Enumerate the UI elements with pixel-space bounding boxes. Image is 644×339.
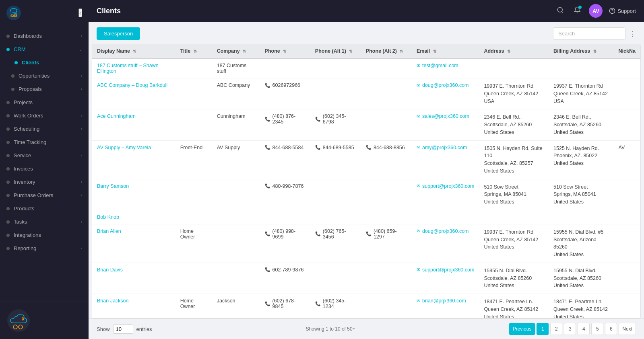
sidebar-item-invoices[interactable]: Invoices bbox=[0, 162, 89, 175]
nav-dot-work-orders bbox=[6, 114, 10, 117]
col-display-name[interactable]: Display Name ⇅ bbox=[92, 44, 175, 58]
previous-page-button[interactable]: Previous bbox=[509, 323, 535, 335]
col-company[interactable]: Company ⇅ bbox=[212, 44, 260, 58]
client-name-link[interactable]: Brian Davis bbox=[97, 267, 123, 273]
phone-alt2-icon: 📞 bbox=[366, 231, 372, 236]
page-button-5[interactable]: 5 bbox=[591, 323, 603, 335]
client-phone: 📞6026972966 bbox=[260, 78, 310, 109]
sidebar-item-work-orders[interactable]: Work Orders › bbox=[0, 109, 89, 122]
main-content: Clients AV Support bbox=[89, 0, 644, 339]
sidebar-collapse-button[interactable]: ‹ bbox=[78, 8, 82, 17]
show-entries: Show entries bbox=[97, 325, 152, 334]
client-name-link[interactable]: Bob Knob bbox=[97, 214, 119, 220]
page-button-4[interactable]: 4 bbox=[578, 323, 590, 335]
sidebar-item-dashboards[interactable]: Dashboards › bbox=[0, 29, 89, 43]
client-name-link[interactable]: AV Supply – Amy Varela bbox=[97, 145, 151, 150]
client-name-link[interactable]: Brian Jackson bbox=[97, 298, 129, 304]
phone-number: (480) 876-2345 bbox=[272, 113, 305, 125]
col-phone[interactable]: Phone ⇅ bbox=[260, 44, 310, 58]
notification-button[interactable] bbox=[572, 5, 582, 17]
client-phone-alt2 bbox=[361, 78, 412, 109]
user-avatar[interactable]: AV bbox=[589, 4, 603, 18]
sidebar-item-inventory[interactable]: Inventory › bbox=[0, 175, 89, 189]
client-name-link[interactable]: 187 Customs stuff – Shawn Ellington bbox=[97, 63, 159, 74]
client-phone: 📞480-998-7876 bbox=[260, 179, 310, 210]
client-phone-alt1 bbox=[310, 263, 361, 294]
sidebar-item-time-tracking[interactable]: Time Tracking bbox=[0, 136, 89, 149]
support-label: Support bbox=[617, 8, 636, 14]
client-name-link[interactable]: Barry Samson bbox=[97, 183, 129, 189]
sidebar-item-proposals[interactable]: Proposals › bbox=[0, 82, 89, 96]
client-phone: 📞(602) 678-9845 bbox=[260, 294, 310, 319]
sidebar-item-crm[interactable]: CRM ⌄ bbox=[0, 43, 89, 56]
email-link[interactable]: amy@projx360.com bbox=[422, 145, 467, 150]
sidebar-item-reporting[interactable]: Reporting › bbox=[0, 242, 89, 255]
email-icon: ✉ bbox=[417, 83, 420, 88]
sidebar-item-label: Projects bbox=[14, 99, 33, 105]
email-link[interactable]: sales@projx360.com bbox=[422, 113, 469, 119]
nav-dot-inventory bbox=[6, 181, 10, 184]
phone-alt1-number: (602) 345-1234 bbox=[323, 298, 356, 309]
col-phone-alt1[interactable]: Phone (Alt 1) ⇅ bbox=[310, 44, 361, 58]
client-company bbox=[212, 263, 260, 294]
page-button-6[interactable]: 6 bbox=[605, 323, 617, 335]
col-title[interactable]: Title ⇅ bbox=[175, 44, 212, 58]
sidebar-item-products[interactable]: Products bbox=[0, 202, 89, 215]
sidebar-item-projects[interactable]: Projects bbox=[0, 96, 89, 109]
chevron-right-icon: › bbox=[81, 180, 82, 184]
nav-dot-opportunities bbox=[11, 74, 14, 78]
support-button[interactable]: Support bbox=[609, 8, 636, 14]
client-name-link[interactable]: Brian Allen bbox=[97, 228, 121, 234]
col-phone-alt2[interactable]: Phone (Alt 2) ⇅ bbox=[361, 44, 412, 58]
table-row: ABC Company – Doug BarkdullABC Company📞6… bbox=[92, 78, 640, 109]
email-link[interactable]: doug@projx360.com bbox=[422, 82, 469, 88]
client-address bbox=[479, 210, 549, 224]
client-nickna bbox=[614, 224, 640, 263]
sidebar-item-tasks[interactable]: Tasks › bbox=[0, 215, 89, 228]
email-link[interactable]: support@projx360.com bbox=[422, 267, 474, 273]
client-title bbox=[175, 58, 212, 78]
search-input[interactable] bbox=[553, 27, 625, 40]
table-header-row: Display Name ⇅ Title ⇅ Company ⇅ Phone bbox=[92, 44, 640, 58]
col-address[interactable]: Address ⇅ bbox=[479, 44, 549, 58]
sidebar-item-service[interactable]: Service › bbox=[0, 149, 89, 162]
next-page-button[interactable]: Next bbox=[619, 323, 636, 335]
email-link[interactable]: test@gmail.com bbox=[422, 63, 458, 68]
entries-input[interactable] bbox=[113, 325, 133, 334]
client-address bbox=[479, 58, 549, 78]
col-billing-address[interactable]: Billing Address ⇅ bbox=[549, 44, 614, 58]
nav-dot-clients bbox=[14, 61, 18, 64]
sidebar-item-integrations[interactable]: Integrations bbox=[0, 228, 89, 242]
sidebar-item-scheduling[interactable]: Scheduling › bbox=[0, 122, 89, 136]
table-row: Ace CunninghamCunningham📞(480) 876-2345📞… bbox=[92, 109, 640, 140]
sidebar-item-purchase-orders[interactable]: Purchase Orders › bbox=[0, 189, 89, 202]
client-name-link[interactable]: ABC Company – Doug Barkdull bbox=[97, 82, 167, 88]
phone-icon: 📞 bbox=[265, 145, 270, 150]
sidebar-item-clients[interactable]: Clients bbox=[0, 56, 89, 69]
client-company bbox=[212, 179, 260, 210]
sidebar-item-opportunities[interactable]: Opportunities › bbox=[0, 69, 89, 82]
sidebar-item-label: Time Tracking bbox=[14, 139, 46, 145]
col-email[interactable]: Email ⇅ bbox=[412, 44, 479, 58]
search-button[interactable] bbox=[555, 5, 566, 17]
client-email: ✉brian@prjx360.com bbox=[412, 294, 479, 319]
page-button-3[interactable]: 3 bbox=[564, 323, 576, 335]
topbar-right: AV Support bbox=[555, 4, 636, 18]
email-link[interactable]: brian@prjx360.com bbox=[422, 298, 466, 304]
email-icon: ✉ bbox=[417, 298, 420, 304]
col-nickna[interactable]: NickNa bbox=[614, 44, 640, 58]
svg-point-11 bbox=[558, 7, 563, 12]
page-button-1[interactable]: 1 bbox=[537, 323, 549, 335]
sort-icon: ⇅ bbox=[349, 49, 352, 53]
email-link[interactable]: support@projx360.com bbox=[422, 183, 474, 189]
sort-icon: ⇅ bbox=[400, 49, 403, 53]
client-name-link[interactable]: Ace Cunningham bbox=[97, 113, 136, 119]
more-options-button[interactable]: ⋮ bbox=[629, 29, 636, 38]
email-link[interactable]: doug@projx360.com bbox=[422, 228, 469, 234]
client-company: AV Supply bbox=[212, 140, 260, 179]
salesperson-button[interactable]: Salesperson bbox=[97, 27, 140, 40]
client-email bbox=[412, 210, 479, 224]
nav-dot-purchase-orders bbox=[6, 194, 10, 197]
showing-info: Showing 1 to 10 of 50+ bbox=[306, 326, 355, 332]
page-button-2[interactable]: 2 bbox=[550, 323, 562, 335]
